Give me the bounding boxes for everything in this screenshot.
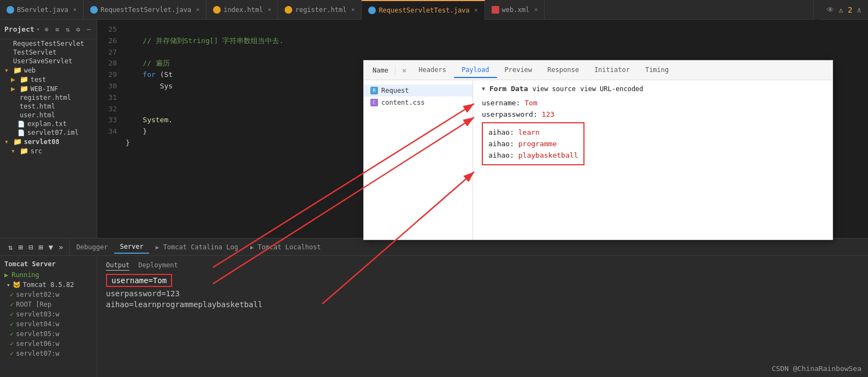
test-folder-icon: ▶ 📁 bbox=[11, 75, 28, 83]
tab-bservlet-close[interactable]: × bbox=[73, 7, 76, 13]
servlet03-item[interactable]: ✓ servlet03:w bbox=[0, 309, 97, 319]
root-label: ROOT [Rep bbox=[16, 301, 51, 308]
running-label: Running bbox=[11, 271, 39, 279]
sidebar-item-register[interactable]: register.html bbox=[0, 93, 97, 102]
bottom-tool-icons: ⇅ ⊞ ⊟ ⊞ ▼ » bbox=[2, 238, 70, 255]
output-tab[interactable]: Output bbox=[106, 260, 129, 271]
tab-response[interactable]: Response bbox=[540, 63, 587, 78]
tomcat-icon: ▶ bbox=[156, 244, 160, 251]
play-icon: ▶ bbox=[4, 271, 8, 279]
sidebar-icon2[interactable]: ≡ bbox=[54, 26, 61, 33]
editor-toolbar: 👁 ⚠ 2 ∧ bbox=[820, 5, 868, 14]
bottom-tab-bar: ⇅ ⊞ ⊟ ⊞ ▼ » Debugger Server ▶ Tomcat Cat… bbox=[0, 238, 868, 256]
sidebar-chevron: ▾ bbox=[37, 26, 40, 32]
sidebar-item-web[interactable]: ▾ 📁 web bbox=[0, 65, 97, 75]
form-data-label: Form Data bbox=[489, 85, 528, 93]
username-output: username=Tom bbox=[106, 274, 172, 287]
sidebar-item-explan[interactable]: 📄 explan.txt bbox=[0, 119, 97, 128]
field-userpassword: userpassword: 123 bbox=[482, 109, 824, 120]
tab-register[interactable]: register.html × bbox=[278, 0, 362, 20]
output-subtabs: Output Deployment bbox=[106, 260, 859, 273]
sidebar-item-usersave[interactable]: UserSaveServlet bbox=[0, 57, 97, 65]
devtools-body: R Request C content.css ▼ Form Data view… bbox=[364, 80, 832, 240]
tab-payload[interactable]: Payload bbox=[454, 63, 497, 78]
check-icon3: ✓ bbox=[10, 310, 14, 318]
tab-requestservlettest-label: RequestServletTest.java bbox=[379, 7, 469, 14]
field-aihao2-name: aihao: bbox=[488, 140, 518, 148]
bottom-panel: ⇅ ⊞ ⊟ ⊞ ▼ » Debugger Server ▶ Tomcat Cat… bbox=[0, 238, 868, 377]
aihao-output: aihao=learnprogrammeplaybasketball bbox=[106, 300, 263, 309]
tab-active-close[interactable]: × bbox=[475, 7, 478, 13]
tab-tomcat-localhost[interactable]: ▶ Tomcat Localhost bbox=[245, 241, 326, 253]
check-icon2: ✓ bbox=[10, 301, 14, 308]
sidebar-settings-icon[interactable]: ⚙ bbox=[75, 26, 82, 33]
bottom-icon2[interactable]: ⊞ bbox=[16, 243, 24, 252]
sidebar-item-testhtml[interactable]: test.html bbox=[0, 102, 97, 111]
triangle-icon: ▼ bbox=[482, 86, 485, 92]
tab-webxml[interactable]: web.xml × bbox=[485, 0, 545, 20]
sidebar-item-src[interactable]: ▾ 📁 src bbox=[0, 146, 97, 155]
sidebar-item-webinf[interactable]: ▶ 📁 WEB-INF bbox=[0, 84, 97, 93]
output-line-aihao: aihao=learnprogrammeplaybasketball bbox=[106, 299, 859, 310]
java-icon2 bbox=[90, 6, 98, 14]
servlet05-item[interactable]: ✓ servlet05:w bbox=[0, 329, 97, 339]
root-item[interactable]: ✓ ROOT [Rep bbox=[0, 300, 97, 309]
server-tree-panel: Tomcat Server ▶ Running ▾ 🐱 Tomcat 8.5.8… bbox=[0, 256, 97, 377]
sidebar-explan-label: explan.txt bbox=[27, 120, 67, 128]
servlet06-item[interactable]: ✓ servlet06:w bbox=[0, 339, 97, 349]
sidebar-icon1[interactable]: ⊕ bbox=[43, 26, 50, 33]
tab-webxml-close[interactable]: × bbox=[534, 7, 538, 13]
view-source-link[interactable]: view source bbox=[532, 85, 575, 93]
sidebar-test-label: test bbox=[31, 76, 46, 83]
servlet04-label: servlet04:w bbox=[16, 320, 59, 328]
line-num-31: 31 bbox=[99, 92, 117, 104]
tab-register-close[interactable]: × bbox=[351, 7, 355, 13]
tab-timing[interactable]: Timing bbox=[637, 63, 676, 78]
sidebar-title: Project bbox=[4, 25, 34, 33]
txt-file-icon: 📄 bbox=[17, 121, 25, 128]
tab-index[interactable]: index.html × bbox=[206, 0, 278, 20]
bottom-filter-icon[interactable]: ▼ bbox=[47, 243, 55, 252]
view-url-encoded-link[interactable]: view URL-encoded bbox=[580, 85, 643, 93]
tab-server[interactable]: Server bbox=[114, 241, 149, 254]
bottom-more-icon[interactable]: » bbox=[57, 243, 64, 252]
tomcat-version-item[interactable]: ▾ 🐱 Tomcat 8.5.82 bbox=[0, 280, 97, 290]
request-item[interactable]: R Request bbox=[364, 85, 473, 97]
servlet07-item[interactable]: ✓ servlet07:w bbox=[0, 349, 97, 358]
bottom-icon4[interactable]: ⊞ bbox=[37, 243, 44, 252]
tab-requesttest[interactable]: RequestTestServlet.java × bbox=[84, 0, 206, 20]
sidebar-item-test[interactable]: ▶ 📁 test bbox=[0, 75, 97, 84]
tab-requesttest-close[interactable]: × bbox=[196, 7, 199, 13]
tab-preview[interactable]: Preview bbox=[497, 63, 540, 78]
deployment-tab[interactable]: Deployment bbox=[138, 260, 178, 271]
sidebar-item-iml[interactable]: 📄 servlet07.iml bbox=[0, 128, 97, 137]
sidebar-item-userhtml[interactable]: user.html bbox=[0, 111, 97, 119]
tab-index-close[interactable]: × bbox=[268, 7, 271, 13]
bottom-icon3[interactable]: ⊟ bbox=[27, 243, 34, 252]
sidebar-item-requesttestservlet[interactable]: RequestTestServlet bbox=[0, 39, 97, 48]
tab-initiator[interactable]: Initiator bbox=[587, 63, 637, 78]
devtools-name-list: R Request C content.css bbox=[364, 80, 473, 240]
request-label: Request bbox=[381, 87, 409, 94]
servlet02-item[interactable]: ✓ servlet02:w bbox=[0, 290, 97, 300]
sidebar-icon3[interactable]: ⇅ bbox=[64, 26, 71, 33]
sidebar-item-servlet08[interactable]: ▾ 📁 servlet08 bbox=[0, 137, 97, 146]
tab-tomcat-catalina[interactable]: ▶ Tomcat Catalina Log bbox=[150, 241, 244, 253]
field-username-value: Tom bbox=[524, 99, 537, 107]
sidebar-item-testservlet[interactable]: TestServlet bbox=[0, 48, 97, 57]
sidebar-minus-icon[interactable]: — bbox=[85, 26, 92, 33]
check-icon4: ✓ bbox=[10, 320, 14, 328]
bottom-content: Tomcat Server ▶ Running ▾ 🐱 Tomcat 8.5.8… bbox=[0, 256, 868, 377]
devtools-close-btn[interactable]: × bbox=[398, 66, 411, 75]
tab-requestservlettest[interactable]: RequestServletTest.java × bbox=[362, 0, 485, 20]
field-aihao1-value: learn bbox=[518, 128, 540, 136]
divider bbox=[395, 65, 395, 76]
css-item[interactable]: C content.css bbox=[364, 97, 473, 109]
tab-bservlet[interactable]: BServlet.java × bbox=[0, 0, 84, 20]
sidebar-testhtml-label: test.html bbox=[20, 103, 55, 110]
servlet04-item[interactable]: ✓ servlet04:w bbox=[0, 319, 97, 329]
tab-debugger[interactable]: Debugger bbox=[71, 241, 114, 253]
bottom-icon1[interactable]: ⇅ bbox=[7, 243, 14, 252]
devtools-tab-bar: Name × Headers Payload Preview Response … bbox=[364, 61, 832, 80]
tab-headers[interactable]: Headers bbox=[411, 63, 454, 78]
